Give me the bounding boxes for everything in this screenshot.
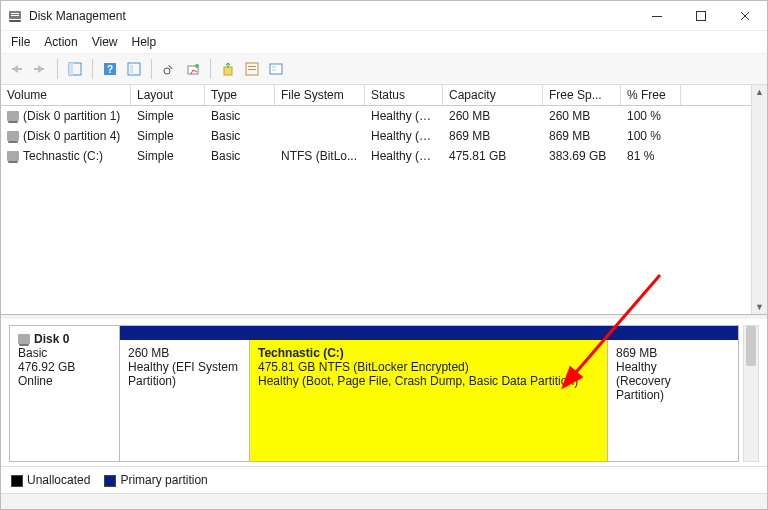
menubar: File Action View Help — [1, 31, 767, 54]
svg-rect-12 — [128, 63, 140, 75]
col-volume[interactable]: Volume — [1, 85, 131, 105]
volume-icon — [7, 151, 19, 161]
menu-action[interactable]: Action — [44, 35, 77, 49]
app-icon — [7, 8, 23, 24]
rescan-button[interactable] — [182, 58, 204, 80]
cell-volume: (Disk 0 partition 1) — [1, 106, 131, 126]
svg-rect-18 — [224, 67, 232, 75]
menu-view[interactable]: View — [92, 35, 118, 49]
volume-rows[interactable]: (Disk 0 partition 1)SimpleBasicHealthy (… — [1, 106, 751, 314]
scroll-down-icon[interactable]: ▼ — [755, 302, 764, 312]
disk-name: Disk 0 — [18, 332, 111, 346]
maximize-button[interactable] — [679, 1, 723, 31]
swatch-primary-icon — [104, 475, 116, 487]
col-type[interactable]: Type — [205, 85, 275, 105]
toolbar-sep — [151, 59, 152, 79]
svg-rect-4 — [652, 16, 662, 17]
cell-capacity: 475.81 GB — [443, 146, 543, 166]
cell-status: Healthy (B... — [365, 146, 443, 166]
swatch-unallocated-icon — [11, 475, 23, 487]
svg-text:?: ? — [107, 64, 113, 75]
svg-point-17 — [195, 64, 199, 68]
refresh-button[interactable] — [158, 58, 180, 80]
svg-rect-24 — [272, 69, 276, 71]
partition-detail: Healthy (EFI System Partition) — [128, 360, 241, 388]
col-capacity[interactable]: Capacity — [443, 85, 543, 105]
cell-fs — [275, 126, 365, 146]
cell-type: Basic — [205, 126, 275, 146]
cell-pct: 100 % — [621, 106, 681, 126]
toolbar-sep — [92, 59, 93, 79]
legend-primary: Primary partition — [104, 473, 207, 487]
menu-file[interactable]: File — [11, 35, 30, 49]
help-button[interactable]: ? — [99, 58, 121, 80]
col-fs[interactable]: File System — [275, 85, 365, 105]
legend-unallocated: Unallocated — [11, 473, 90, 487]
diskview-scrollbar[interactable] — [743, 325, 759, 462]
disk-type: Basic — [18, 346, 111, 360]
cell-volume: Technastic (C:) — [1, 146, 131, 166]
show-hide-tree-button[interactable] — [64, 58, 86, 80]
disk-row[interactable]: Disk 0 Basic 476.92 GB Online 260 MBHeal… — [9, 325, 739, 462]
table-row[interactable]: (Disk 0 partition 1)SimpleBasicHealthy (… — [1, 106, 751, 126]
svg-rect-21 — [248, 69, 256, 70]
svg-rect-2 — [11, 15, 19, 16]
svg-rect-6 — [12, 68, 22, 70]
svg-rect-3 — [9, 20, 21, 22]
cell-status: Healthy (R... — [365, 126, 443, 146]
legend-primary-label: Primary partition — [120, 473, 207, 487]
col-status[interactable]: Status — [365, 85, 443, 105]
cell-volume: (Disk 0 partition 4) — [1, 126, 131, 146]
disk-graphical-view: Disk 0 Basic 476.92 GB Online 260 MBHeal… — [1, 319, 767, 466]
table-row[interactable]: Technastic (C:)SimpleBasicNTFS (BitLo...… — [1, 146, 751, 166]
disk-capacity: 476.92 GB — [18, 360, 111, 374]
cell-capacity: 869 MB — [443, 126, 543, 146]
partition-detail: Healthy (Recovery Partition) — [616, 360, 700, 402]
col-free[interactable]: Free Sp... — [543, 85, 621, 105]
partition[interactable]: 260 MBHealthy (EFI System Partition) — [120, 340, 250, 461]
properties-button[interactable] — [123, 58, 145, 80]
partition-strip: 260 MBHealthy (EFI System Partition)Tech… — [120, 326, 738, 461]
volume-list-header: Volume Layout Type File System Status Ca… — [1, 85, 751, 106]
cell-free: 260 MB — [543, 106, 621, 126]
svg-rect-7 — [34, 68, 44, 70]
cell-type: Basic — [205, 146, 275, 166]
disk-name-label: Disk 0 — [34, 332, 69, 346]
minimize-button[interactable] — [635, 1, 679, 31]
settings-button[interactable] — [265, 58, 287, 80]
window-title: Disk Management — [29, 9, 635, 23]
volume-scrollbar[interactable]: ▲ ▼ — [751, 85, 767, 314]
disk-info-pane: Disk 0 Basic 476.92 GB Online — [10, 326, 120, 461]
close-button[interactable] — [723, 1, 767, 31]
svg-rect-5 — [697, 11, 706, 20]
menu-help[interactable]: Help — [132, 35, 157, 49]
partition-size: 475.81 GB NTFS (BitLocker Encrypted) — [258, 360, 599, 374]
cell-type: Basic — [205, 106, 275, 126]
col-pct[interactable]: % Free — [621, 85, 681, 105]
svg-rect-20 — [248, 66, 256, 67]
partition-size: 260 MB — [128, 346, 241, 360]
attach-vhd-button[interactable] — [217, 58, 239, 80]
volume-icon — [7, 111, 19, 121]
back-button[interactable] — [5, 58, 27, 80]
cell-pct: 81 % — [621, 146, 681, 166]
scrollbar-thumb[interactable] — [746, 326, 756, 366]
forward-button[interactable] — [29, 58, 51, 80]
partition-size: 869 MB — [616, 346, 700, 360]
toolbar-sep — [210, 59, 211, 79]
cell-free: 383.69 GB — [543, 146, 621, 166]
partition-name: Technastic (C:) — [258, 346, 599, 360]
cell-status: Healthy (E... — [365, 106, 443, 126]
cell-layout: Simple — [131, 126, 205, 146]
table-row[interactable]: (Disk 0 partition 4)SimpleBasicHealthy (… — [1, 126, 751, 146]
action-button[interactable] — [241, 58, 263, 80]
partition[interactable]: Technastic (C:)475.81 GB NTFS (BitLocker… — [250, 340, 608, 461]
cell-pct: 100 % — [621, 126, 681, 146]
svg-rect-23 — [272, 66, 276, 68]
partition[interactable]: 869 MBHealthy (Recovery Partition) — [608, 340, 708, 461]
scroll-up-icon[interactable]: ▲ — [755, 87, 764, 97]
volume-icon — [7, 131, 19, 141]
col-layout[interactable]: Layout — [131, 85, 205, 105]
legend: Unallocated Primary partition — [1, 466, 767, 493]
disk-management-window: Disk Management File Action View Help ? … — [0, 0, 768, 510]
